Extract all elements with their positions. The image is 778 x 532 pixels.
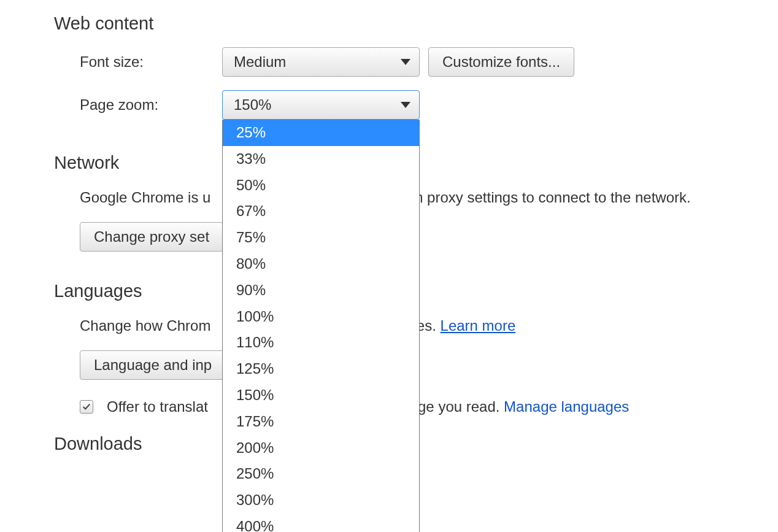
manage-languages-link[interactable]: Manage languages <box>504 398 629 415</box>
page-zoom-option[interactable]: 80% <box>223 251 419 277</box>
page-zoom-option[interactable]: 175% <box>223 409 419 435</box>
font-size-select[interactable]: Medium <box>222 47 420 77</box>
languages-description: Change how Chromguages. Learn more <box>80 315 778 337</box>
web-content-heading: Web content <box>54 13 778 34</box>
page-zoom-value: 150% <box>234 96 271 114</box>
chevron-down-icon <box>401 102 410 108</box>
font-size-value: Medium <box>234 53 286 71</box>
page-zoom-option[interactable]: 90% <box>223 277 419 304</box>
change-proxy-settings-button[interactable]: Change proxy set <box>80 222 223 252</box>
page-zoom-option[interactable]: 67% <box>223 198 419 225</box>
page-zoom-select[interactable]: 150% <box>222 90 420 120</box>
page-zoom-option[interactable]: 110% <box>223 330 419 356</box>
offer-translate-checkbox[interactable] <box>80 400 93 414</box>
page-zoom-dropdown[interactable]: 25%33%50%67%75%80%90%100%110%125%150%175… <box>222 120 420 532</box>
page-zoom-option[interactable]: 300% <box>223 487 419 514</box>
checkmark-icon <box>82 403 91 411</box>
page-zoom-label: Page zoom: <box>80 96 222 114</box>
page-zoom-option[interactable]: 400% <box>223 514 419 532</box>
page-zoom-option[interactable]: 25% <box>223 120 419 146</box>
page-zoom-option[interactable]: 50% <box>223 172 419 199</box>
language-input-settings-button[interactable]: Language and inp <box>80 350 226 380</box>
network-description: Google Chrome is um proxy settings to co… <box>80 187 778 209</box>
page-zoom-option[interactable]: 200% <box>223 435 419 461</box>
page-zoom-option[interactable]: 150% <box>223 382 419 409</box>
page-zoom-option[interactable]: 33% <box>223 146 419 172</box>
customize-fonts-button[interactable]: Customize fonts... <box>428 47 574 77</box>
page-zoom-option[interactable]: 125% <box>223 356 419 382</box>
font-size-label: Font size: <box>80 53 222 71</box>
page-zoom-option[interactable]: 250% <box>223 461 419 487</box>
learn-more-link[interactable]: Learn more <box>441 317 516 334</box>
chevron-down-icon <box>401 59 410 65</box>
page-zoom-option[interactable]: 75% <box>223 225 419 251</box>
page-zoom-option[interactable]: 100% <box>223 304 419 330</box>
